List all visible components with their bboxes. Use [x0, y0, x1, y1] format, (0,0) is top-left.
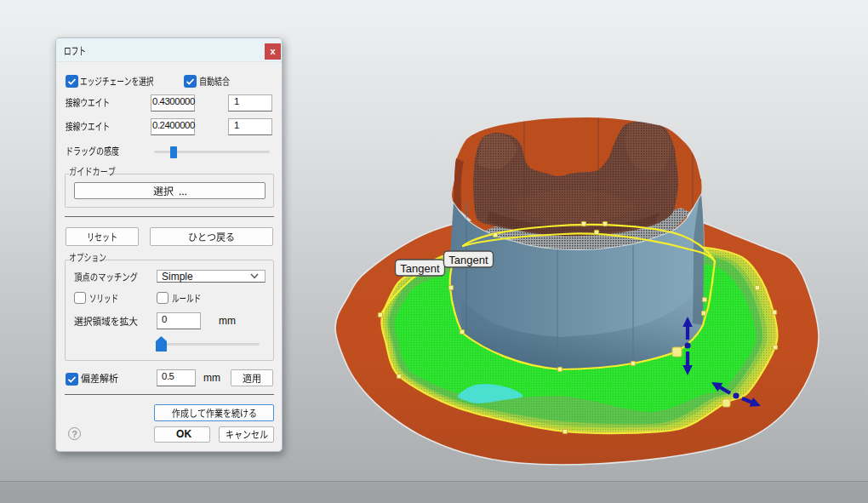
svg-text:Tangent: Tangent [448, 254, 488, 266]
svg-text:Tangent: Tangent [400, 262, 440, 275]
